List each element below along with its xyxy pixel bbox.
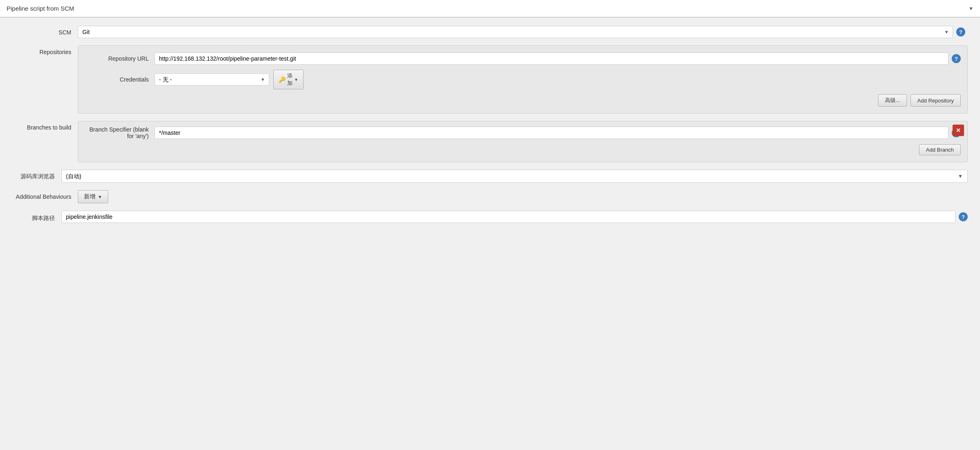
repositories-row: Repositories Repository URL ? Credential… (12, 45, 968, 114)
repo-url-row: Repository URL ? (85, 52, 961, 65)
scm-label: SCM (12, 26, 78, 36)
script-path-content: ? (61, 211, 968, 223)
add-cred-dropdown-arrow: ▼ (294, 77, 298, 82)
repo-url-input[interactable] (154, 52, 948, 65)
page-container: Pipeline script from SCM ▼ SCM Git ▼ ? (0, 0, 980, 450)
scm-row: SCM Git ▼ ? (12, 26, 968, 38)
scm-select-wrapper: Git ▼ (78, 26, 953, 38)
branches-row: Branches to build ✕ Branch Specifier (bl… (12, 121, 968, 162)
top-select-row: Pipeline script from SCM ▼ (0, 0, 980, 18)
additional-behaviours-label: Additional Behaviours (12, 190, 78, 200)
scm-help-icon[interactable]: ? (956, 27, 965, 36)
additional-behaviours-row: Additional Behaviours 新增 ▼ (12, 190, 968, 203)
branches-btn-row: Add Branch (85, 144, 961, 155)
script-path-label: 脚本路径 (12, 211, 61, 222)
source-browser-select[interactable]: (自动) (61, 170, 968, 183)
branches-box: ✕ Branch Specifier (blank for 'any') ? A… (78, 121, 968, 162)
script-path-inner: ? (61, 211, 968, 223)
credentials-select[interactable]: - 无 - (154, 73, 269, 86)
scm-select[interactable]: Git (78, 26, 953, 38)
repositories-box: Repository URL ? Credentials - 无 - (78, 45, 968, 114)
add-credential-button[interactable]: 🔑 添加 ▼ (273, 70, 304, 89)
credentials-label: Credentials (85, 76, 154, 83)
branch-specifier-label: Branch Specifier (blank for 'any') (85, 126, 154, 139)
additional-behaviours-content: 新增 ▼ (78, 190, 968, 203)
credentials-row: Credentials - 无 - ▼ 🔑 添加 (85, 70, 961, 89)
credentials-select-wrapper: - 无 - ▼ (154, 73, 269, 86)
source-browser-content: (自动) ▼ (61, 170, 968, 183)
script-path-row: 脚本路径 ? (12, 211, 968, 223)
branch-specifier-input[interactable] (154, 127, 948, 139)
repo-url-label: Repository URL (85, 55, 154, 62)
form-area: SCM Git ▼ ? Repositories (0, 18, 980, 239)
repos-btn-row: 高级... Add Repository (85, 94, 961, 107)
source-browser-label: 源码库浏览器 (12, 170, 61, 180)
repo-url-help-icon[interactable]: ? (952, 54, 961, 63)
scm-content: Git ▼ ? (78, 26, 968, 38)
new-btn-arrow: ▼ (98, 195, 102, 199)
scm-inner: Git ▼ ? (78, 26, 968, 38)
pipeline-type-select[interactable]: Pipeline script from SCM (0, 0, 980, 17)
add-branch-button[interactable]: Add Branch (919, 144, 961, 155)
add-repository-button[interactable]: Add Repository (910, 94, 961, 107)
new-btn-label: 新增 (84, 193, 95, 200)
branch-specifier-row: Branch Specifier (blank for 'any') ? (85, 126, 961, 139)
source-browser-row: 源码库浏览器 (自动) ▼ (12, 170, 968, 183)
add-cred-label: 添加 (287, 72, 293, 87)
branches-content: ✕ Branch Specifier (blank for 'any') ? A… (78, 121, 968, 162)
pipeline-type-wrapper: Pipeline script from SCM ▼ (0, 0, 980, 17)
advanced-button[interactable]: 高级... (878, 94, 907, 107)
source-browser-wrapper: (自动) ▼ (61, 170, 968, 183)
script-path-help-icon[interactable]: ? (959, 212, 968, 221)
new-behaviour-button[interactable]: 新增 ▼ (78, 190, 108, 203)
repositories-content: Repository URL ? Credentials - 无 - (78, 45, 968, 114)
delete-branch-button[interactable]: ✕ (953, 125, 964, 136)
branches-label: Branches to build (12, 121, 78, 131)
repositories-label: Repositories (12, 45, 78, 55)
key-icon: 🔑 (279, 76, 286, 83)
credentials-controls: - 无 - ▼ 🔑 添加 ▼ (154, 70, 225, 89)
script-path-input[interactable] (61, 211, 955, 223)
